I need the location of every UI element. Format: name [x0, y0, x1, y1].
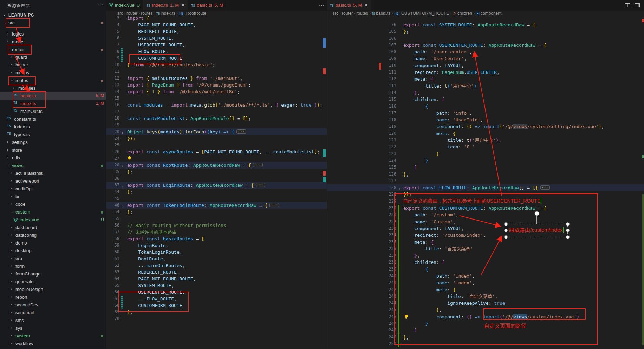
tree-item-code[interactable]: ›code — [0, 201, 106, 208]
code-line-45[interactable]: 45 — [106, 195, 327, 202]
code-line-12[interactable]: 12import { mainOutRoutes } from './mainO… — [106, 75, 327, 82]
tree-item-auditOpt[interactable]: ›auditOpt — [0, 185, 106, 193]
code-line-238[interactable]: 238 children: [ — [327, 259, 644, 266]
breadcrumb-item-basic.ts[interactable]: TSbasic.ts — [372, 11, 390, 16]
tree-item-utils[interactable]: ›utils — [0, 154, 106, 162]
code-line-243[interactable]: 243 title: '自定义菜单', — [327, 293, 644, 300]
tree-item-index.ts[interactable]: TSindex.ts — [0, 123, 106, 131]
folded-code-ellipsis[interactable]: ··· — [540, 185, 550, 190]
code-line-26[interactable]: 26export const asyncRoutes = [PAGE_NOT_F… — [106, 148, 327, 155]
code-line-231[interactable]: 231 path: '/custom', — [327, 211, 644, 218]
code-line-19[interactable]: 19 — [106, 122, 327, 128]
tree-item-basic.ts[interactable]: TSbasic.ts5, M — [0, 92, 106, 100]
code-line-13[interactable]: 13import { PageEnum } from '/@/enums/pag… — [106, 82, 327, 88]
tree-item-mainOut.ts[interactable]: TSmainOut.ts — [0, 108, 106, 115]
tree-item-views[interactable]: ⌄views — [0, 162, 106, 170]
code-line-121[interactable]: 121 title: t('用户中心'), — [327, 137, 644, 144]
breadcrumb-item-children[interactable]: children — [453, 11, 472, 16]
code-line-122[interactable]: 122 icon: 'Я ' — [327, 144, 644, 150]
code-line-64[interactable]: 64 PAGE_NOT_FOUND_ROUTE, — [106, 275, 327, 282]
tree-item-constant.ts[interactable]: TSconstant.ts — [0, 115, 106, 123]
code-line-62[interactable]: 62 ...mainOutRoutes, — [106, 262, 327, 269]
tree-item-actHiTaskinst[interactable]: ›actHiTaskinst — [0, 170, 106, 177]
code-line-60[interactable]: 60 TokenLoginRoute, — [106, 249, 327, 255]
tree-item-desktop[interactable]: ›desktop — [0, 247, 106, 255]
folded-code-ellipsis[interactable]: ··· — [256, 183, 265, 187]
code-line-6[interactable]: 6 SYSTEM_ROUTE, — [106, 35, 327, 42]
code-line-245[interactable]: 245 }, — [327, 306, 644, 313]
code-line-69[interactable]: 69]; — [106, 309, 327, 316]
tree-item-menus[interactable]: ›menus — [0, 69, 106, 77]
tree-item-helper[interactable]: ›helper — [0, 61, 106, 69]
tree-item-logics[interactable]: ›logics — [0, 30, 106, 38]
code-line-244[interactable]: 244 ignoreKeepAlive: true — [327, 300, 644, 306]
tree-item-dataconfig[interactable]: ›dataconfig — [0, 231, 106, 239]
code-line-232[interactable]: 232 name: 'Custom', — [327, 218, 644, 225]
tree-item-activereport[interactable]: ›activereport — [0, 177, 106, 185]
tree-item-system[interactable]: ›system — [0, 332, 106, 340]
breadcrumb-item-CUSTOMFORMROUTE[interactable]: [@]CUSTOMFORM_ROUTE — [394, 11, 449, 16]
code-line-9[interactable]: 9 CUSTOMFORM_ROUTE — [106, 55, 327, 62]
code-line-25[interactable]: 25 — [106, 142, 327, 148]
tree-item-sendmail[interactable]: ›sendmail — [0, 309, 106, 317]
code-line-119[interactable]: 119 component: () => import('/@/views/sy… — [327, 123, 644, 130]
code-line-57[interactable]: 57// 未经许可的基本路由 — [106, 229, 327, 235]
code-line-234[interactable]: 234 redirect: '/custom/index', — [327, 232, 644, 239]
tree-item-router[interactable]: ⌄router — [0, 46, 106, 53]
code-line-114[interactable]: 114 }, — [327, 89, 644, 96]
code-line-124[interactable]: 124 } — [327, 157, 644, 164]
code-line-65[interactable]: 65 SYSTEM_ROUTE, — [106, 282, 327, 289]
code-line-106[interactable]: 106 — [327, 35, 644, 42]
tab-basic.ts[interactable]: TSbasic.ts5, M — [188, 0, 227, 10]
code-line-241[interactable]: 241 name: 'Index', — [327, 279, 644, 286]
code-line-115[interactable]: 115 children: [ — [327, 96, 644, 103]
code-line-68[interactable]: 68 CUSTOMFORM_ROUTE — [106, 302, 327, 309]
code-line-108[interactable]: 108 path: '/user-center', — [327, 49, 644, 55]
code-line-249[interactable]: 249}; — [327, 334, 644, 341]
tree-item-settings[interactable]: ›settings — [0, 139, 106, 146]
code-line-117[interactable]: 117 path: 'info', — [327, 110, 644, 116]
folded-code-ellipsis[interactable]: ··· — [236, 129, 246, 134]
code-line-7[interactable]: 7 USERCENTER_ROUTE, — [106, 42, 327, 48]
code-line-5[interactable]: 5 REDIRECT_ROUTE, — [106, 28, 327, 35]
tree-item-model[interactable]: ›model — [0, 38, 106, 46]
code-line-67[interactable]: 67 ...FLOW_ROUTE, — [106, 296, 327, 302]
code-line-76[interactable]: 76export const SYSTEM_ROUTE: AppRouteRec… — [327, 21, 644, 28]
code-line-36[interactable]: 36 — [106, 175, 327, 182]
code-line-58[interactable]: 58export const basicRoutes = [ — [106, 235, 327, 242]
breadcrumb-item-component[interactable]: component — [476, 11, 501, 16]
tree-item-types.ts[interactable]: TStypes.ts — [0, 131, 106, 139]
tree-item-index.ts[interactable]: TSindex.ts1, M — [0, 100, 106, 108]
tree-item-guard[interactable]: ›guard — [0, 53, 106, 61]
code-line-126[interactable]: 126}; — [327, 171, 644, 178]
tree-item-routes[interactable]: ⌄routes — [0, 77, 106, 84]
code-line-46[interactable]: 46›export const TokenLoginRoute: AppRout… — [106, 202, 327, 209]
tree-item-custom[interactable]: ⌄custom — [0, 208, 106, 216]
tab-index.vue[interactable]: index.vueU — [106, 0, 144, 10]
split-editor-icon[interactable] — [625, 2, 630, 8]
code-line-109[interactable]: 109 name: 'UserCenter', — [327, 55, 644, 62]
code-line-118[interactable]: 118 name: 'UserInfo', — [327, 116, 644, 123]
code-editor-middle[interactable]: 3import {4 PAGE_NOT_FOUND_ROUTE,5 REDIRE… — [106, 15, 327, 322]
close-icon[interactable]: × — [182, 2, 184, 8]
code-line-15[interactable]: 15 — [106, 95, 327, 102]
tree-item-secondDev[interactable]: ›secondDev — [0, 301, 106, 309]
folded-code-ellipsis[interactable]: ··· — [253, 163, 262, 167]
tree-item-bi[interactable]: ›bi — [0, 193, 106, 201]
tree-item-sys[interactable]: ›sys — [0, 324, 106, 332]
code-line-237[interactable]: 237 }, — [327, 252, 644, 259]
code-line-233[interactable]: 233 component: LAYOUT, — [327, 225, 644, 232]
code-line-236[interactable]: 236 title: '自定义菜单' — [327, 246, 644, 252]
code-line-18[interactable]: 18const routeModuleList: AppRouteModule[… — [106, 115, 327, 122]
code-line-63[interactable]: 63 REDIRECT_ROUTE, — [106, 269, 327, 275]
code-line-128[interactable]: 128›export const FLOW_ROUTE: AppRouteRec… — [327, 184, 644, 191]
code-line-123[interactable]: 123 } — [327, 151, 644, 157]
code-line-120[interactable]: 120 meta: { — [327, 130, 644, 137]
code-line-20[interactable]: 20›Object.keys(modules).forEach((key) =>… — [106, 128, 327, 135]
code-line-246[interactable]: 246 component: () => import('/@/views/cu… — [327, 313, 644, 320]
tree-item-store[interactable]: ›store — [0, 146, 106, 154]
tree-item-demo[interactable]: ›demo — [0, 239, 106, 247]
code-line-125[interactable]: 125 ] — [327, 164, 644, 171]
code-line-228[interactable]: 228}]; — [327, 191, 644, 198]
code-line-55[interactable]: 55 — [106, 215, 327, 222]
